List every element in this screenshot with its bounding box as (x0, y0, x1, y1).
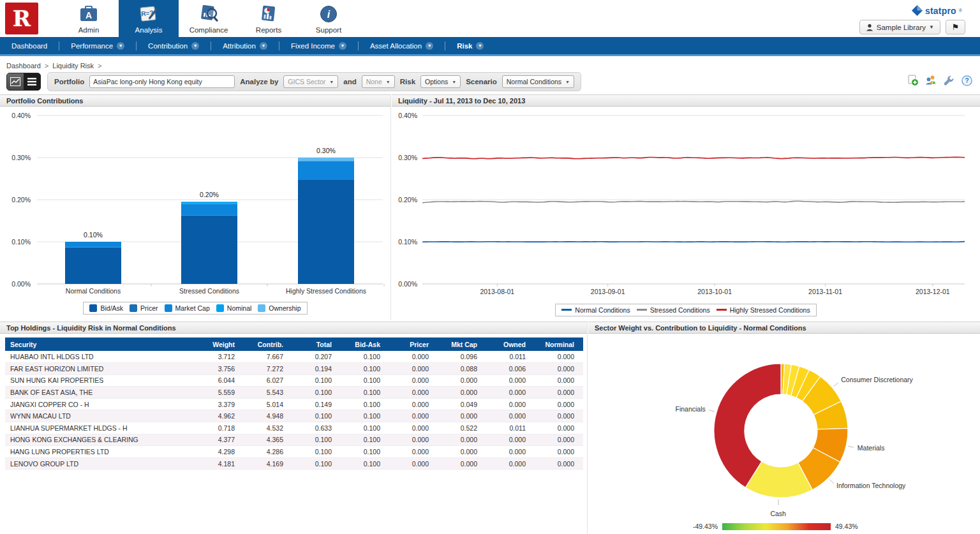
nav-item-risk[interactable]: Risk▼ (445, 36, 495, 56)
legend-item[interactable]: Highly Stressed Conditions (716, 306, 810, 314)
nav-item-performance[interactable]: Performance▼ (59, 36, 136, 56)
table-cell: 0.633 (292, 422, 341, 434)
table-cell: HONG KONG EXCHANGES & CLEARING (5, 434, 195, 446)
app-tab-reports[interactable]: Reports (239, 0, 299, 37)
svg-text:2013-10-01: 2013-10-01 (697, 288, 732, 295)
portfolio-contributions-panel: Portfolio Contributions 0.00%0.10%0.20%0… (0, 94, 391, 320)
svg-text:Highly Stressed Conditions: Highly Stressed Conditions (286, 287, 366, 295)
risk-options-select[interactable]: Options ▼ (420, 75, 461, 88)
legend-item[interactable]: Market Cap (165, 304, 210, 312)
table-cell: 0.000 (438, 457, 486, 470)
table-cell: LENOVO GROUP LTD (5, 457, 195, 470)
holdings-column-header[interactable]: Security (5, 337, 195, 351)
table-cell: 0.000 (535, 457, 583, 470)
and-value: None (366, 78, 382, 85)
chevron-down-icon: ▼ (117, 42, 124, 50)
nav-item-asset-allocation[interactable]: Asset Allocation▼ (359, 36, 445, 56)
holdings-column-header[interactable]: Pricer (389, 337, 438, 351)
chart-view-button[interactable] (7, 73, 24, 90)
table-cell: 0.000 (486, 434, 535, 446)
breadcrumb-item[interactable]: Liquidity Risk (52, 62, 94, 70)
sector-donut-chart[interactable]: Consumer DiscretionaryMaterialsInformati… (588, 334, 980, 534)
nav-item-contribution[interactable]: Contribution▼ (137, 36, 211, 56)
sample-library-button[interactable]: Sample Library ▼ (859, 20, 940, 34)
holdings-column-header[interactable]: Mkt Cap (438, 337, 486, 351)
settings-button[interactable] (943, 75, 954, 86)
nav-item-label: Attribution (223, 42, 256, 50)
app-tab-admin[interactable]: AAdmin (59, 0, 119, 37)
table-cell: FAR EAST HORIZON LIMITED (5, 363, 195, 375)
nav-item-fixed-income[interactable]: Fixed Income▼ (279, 36, 358, 56)
list-icon (27, 78, 36, 85)
table-cell: 4.169 (244, 457, 292, 470)
app-tab-bar: AAdminR=?AnalysisComplianceReportsiSuppo… (59, 0, 359, 37)
table-cell: 0.006 (486, 363, 535, 375)
table-cell: 0.000 (389, 434, 438, 446)
scenario-select[interactable]: Normal Conditions ▼ (502, 75, 574, 88)
holdings-column-header[interactable]: Owned (486, 337, 535, 351)
legend-item[interactable]: Normal Conditions (561, 306, 630, 314)
table-row[interactable]: JIANGXI COPPER CO - H3.3795.0140.1490.10… (5, 398, 583, 410)
table-cell: 0.100 (292, 434, 341, 446)
svg-text:0.10%: 0.10% (11, 238, 31, 246)
contributions-bar-chart[interactable]: 0.00%0.10%0.20%0.30%0.40%0.10%Normal Con… (0, 107, 390, 300)
liquidity-line-chart[interactable]: 0.00%0.10%0.20%0.30%0.40%2013-08-012013-… (392, 107, 980, 300)
holdings-column-header[interactable]: Bid-Ask (341, 337, 389, 351)
legend-item[interactable]: Pricer (130, 304, 158, 312)
nav-item-attribution[interactable]: Attribution▼ (211, 36, 279, 56)
table-row[interactable]: BANK OF EAST ASIA, THE5.5595.5430.1000.1… (5, 387, 583, 399)
svg-text:0.00%: 0.00% (11, 280, 31, 288)
legend-item[interactable]: Ownership (258, 304, 301, 312)
table-cell: 0.000 (438, 446, 486, 458)
table-row[interactable]: HUABAO INTL HLDGS LTD3.7127.6670.2070.10… (5, 351, 583, 363)
table-cell: 0.207 (292, 351, 341, 363)
legend-item[interactable]: Nominal (216, 304, 252, 312)
table-row[interactable]: WYNN MACAU LTD4.9624.9480.1000.1000.0000… (5, 410, 583, 422)
top-holdings-panel: Top Holdings - Liquidity Risk in Normal … (0, 322, 588, 534)
app-logo[interactable]: R (5, 3, 38, 34)
legend-item[interactable]: Stressed Conditions (637, 306, 710, 314)
flag-button[interactable]: ⚑ (946, 20, 965, 34)
table-row[interactable]: FAR EAST HORIZON LIMITED3.7567.2720.1940… (5, 363, 583, 375)
risk-label: Risk (400, 78, 415, 85)
info-icon: i (320, 3, 338, 26)
holdings-column-header[interactable]: Total (292, 337, 341, 351)
sector-weight-title: Sector Weight vs. Contribution to Liquid… (595, 324, 806, 332)
table-row[interactable]: HONG KONG EXCHANGES & CLEARING4.3774.365… (5, 434, 583, 446)
holdings-column-header[interactable]: Weight (195, 337, 244, 351)
table-cell: 4.286 (244, 446, 292, 458)
portfolio-input[interactable] (89, 75, 235, 88)
svg-text:Cash: Cash (770, 510, 786, 517)
chevron-down-icon: ▼ (452, 80, 456, 84)
table-cell: 0.522 (438, 422, 486, 434)
table-cell: 7.667 (244, 351, 292, 363)
legend-label: Nominal (227, 304, 252, 312)
table-cell: 0.100 (292, 387, 341, 399)
analyze-by-value: GICS Sector (288, 78, 325, 85)
table-cell: JIANGXI COPPER CO - H (5, 398, 195, 410)
svg-text:2013-11-01: 2013-11-01 (808, 288, 842, 295)
table-row[interactable]: LENOVO GROUP LTD4.1814.1690.1000.1000.00… (5, 457, 583, 470)
breadcrumb-item[interactable]: Dashboard (6, 62, 41, 70)
legend-item[interactable]: Bid/Ask (89, 304, 123, 312)
table-row[interactable]: HANG LUNG PROPERTIES LTD4.2984.2860.1000… (5, 446, 583, 458)
table-row[interactable]: LIANHUA SUPERMARKET HLDGS - H0.7184.5320… (5, 422, 583, 434)
app-tab-analysis[interactable]: R=?Analysis (119, 0, 179, 37)
legend-swatch (637, 309, 647, 311)
table-row[interactable]: SUN HUNG KAI PROPERTIES6.0446.0270.1000.… (5, 375, 583, 387)
nav-item-dashboard[interactable]: Dashboard (0, 36, 59, 56)
holdings-column-header[interactable]: Norminal (535, 337, 583, 351)
app-tab-compliance[interactable]: Compliance (179, 0, 239, 37)
share-users-button[interactable] (925, 75, 937, 86)
analyze-by-select[interactable]: GICS Sector ▼ (283, 75, 338, 88)
chevron-down-icon: ▼ (260, 42, 267, 50)
add-widget-button[interactable] (907, 75, 919, 86)
list-view-button[interactable] (24, 73, 40, 90)
legend-label: Ownership (269, 304, 301, 312)
holdings-column-header[interactable]: Contrib. (244, 337, 292, 351)
table-cell: 0.000 (389, 351, 438, 363)
help-button[interactable]: ? (961, 75, 972, 86)
app-tab-label: Support (316, 26, 341, 35)
app-tab-support[interactable]: iSupport (299, 0, 359, 37)
and-select[interactable]: None ▼ (362, 75, 395, 88)
